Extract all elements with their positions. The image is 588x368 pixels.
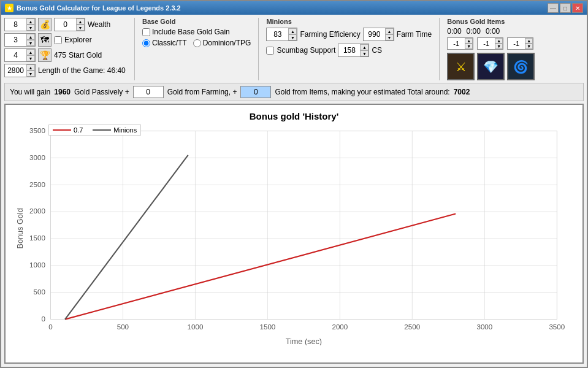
game-length-spinner[interactable]: ▲ ▼	[4, 64, 36, 77]
farming-panel: Minions ▲ ▼ Farming Efficiency ▲	[266, 18, 432, 57]
window-controls: — □ ✕	[548, 3, 583, 13]
scumbag-input[interactable]	[338, 44, 360, 56]
base-gold-checkbox-row: Include Base Gold Gain	[142, 28, 251, 36]
bonus-input-3[interactable]	[508, 38, 525, 49]
wealth-input[interactable]	[5, 18, 26, 31]
start-gold-475: 475	[54, 51, 66, 59]
chart-x-label: Time (sec)	[286, 337, 322, 345]
game-length-input[interactable]	[5, 64, 26, 77]
chart-container: Bonus gold 'History' 0.7 Minions	[4, 104, 584, 364]
main-content: ▲ ▼ 💰 ▲ ▼ Wealth	[1, 15, 587, 367]
scumbag-row: Scumbag Support ▲ ▼ CS	[266, 44, 432, 57]
svg-text:2000: 2000	[332, 323, 348, 331]
svg-text:3000: 3000	[29, 153, 45, 161]
chart-svg: 0 500 1000 1500 2000 2500 3000 3500 0 50…	[12, 125, 576, 345]
scumbag-spinner[interactable]: ▲ ▼	[338, 44, 369, 57]
close-button[interactable]: ✕	[572, 3, 583, 13]
minimize-button[interactable]: —	[548, 3, 559, 13]
wealth-down[interactable]: ▼	[26, 25, 35, 31]
top-panel: ▲ ▼ 💰 ▲ ▼ Wealth	[4, 18, 584, 80]
start-gold-icon: 🏆	[38, 48, 52, 62]
svg-text:3500: 3500	[29, 126, 45, 134]
farming-eff-spinner[interactable]: ▲ ▼	[363, 28, 394, 41]
legend-item-1: 0.7	[53, 126, 83, 134]
wealth-up[interactable]: ▲	[26, 18, 35, 25]
start-gold-input[interactable]	[5, 49, 26, 61]
legend-label-1: 0.7	[74, 126, 83, 134]
base-gold-checkbox-label: Include Base Gold Gain	[152, 28, 230, 36]
bonus-time-1: 0:00	[447, 27, 461, 36]
scumbag-up[interactable]: ▲	[360, 44, 368, 50]
total-value: 7002	[454, 88, 470, 96]
legend-line-2	[93, 129, 111, 131]
minions-up[interactable]: ▲	[288, 28, 297, 34]
farming-eff-label: Farming Efficiency	[300, 30, 360, 39]
classic-radio[interactable]	[142, 39, 150, 47]
bonus-input-2[interactable]	[478, 38, 495, 49]
svg-text:500: 500	[34, 288, 46, 296]
farming-eff-up[interactable]: ▲	[385, 28, 394, 34]
passive-value-input[interactable]	[133, 86, 164, 98]
bonus-up-3[interactable]: ▲	[525, 38, 533, 44]
svg-text:3500: 3500	[549, 323, 565, 331]
minions-input[interactable]	[267, 28, 288, 40]
divider3	[439, 18, 440, 80]
explorer-up[interactable]: ▲	[26, 34, 35, 40]
bonus-time-2: 0:00	[467, 27, 481, 36]
bonus-down-3[interactable]: ▼	[525, 44, 533, 49]
divider1	[134, 18, 135, 80]
game-length-up[interactable]: ▲	[26, 64, 35, 71]
bonus-up-1[interactable]: ▲	[465, 38, 473, 44]
base-gold-checkbox[interactable]	[142, 28, 150, 36]
titlebar: ★ Bonus Gold Calculator for League of Le…	[1, 1, 587, 15]
start-gold-spinner[interactable]: ▲ ▼	[4, 48, 36, 62]
bonus-spinners-row: ▲ ▼ ▲ ▼ ▲	[447, 37, 545, 50]
farming-eff-input[interactable]	[364, 28, 385, 40]
bonus-down-2[interactable]: ▼	[495, 44, 503, 49]
scumbag-down[interactable]: ▼	[360, 50, 368, 56]
start-gold-up[interactable]: ▲	[26, 49, 35, 55]
game-length-row: ▲ ▼ Length of the Game: 46:40	[4, 64, 127, 77]
scumbag-checkbox[interactable]	[266, 47, 274, 55]
bonus-spinner-2[interactable]: ▲ ▼	[477, 37, 503, 50]
svg-text:3000: 3000	[476, 323, 492, 331]
bonus-spinner-1[interactable]: ▲ ▼	[447, 37, 473, 50]
start-gold-row: ▲ ▼ 🏆 475 Start Gold	[4, 48, 127, 62]
farming-value-input[interactable]	[240, 86, 271, 98]
dominion-radio[interactable]	[193, 39, 201, 47]
bottom-bar: You will gain 1960 Gold Passively + Gold…	[4, 83, 584, 101]
chart-title: Bonus gold 'History'	[12, 111, 576, 121]
wealth-row: ▲ ▼ 💰 ▲ ▼ Wealth	[4, 18, 127, 31]
left-controls: ▲ ▼ 💰 ▲ ▼ Wealth	[4, 18, 127, 77]
minions-label: Minions	[266, 18, 432, 25]
bonus-input-1[interactable]	[448, 38, 465, 49]
bonus-down-1[interactable]: ▼	[465, 44, 473, 49]
bonus-up-2[interactable]: ▲	[495, 38, 503, 44]
svg-text:2500: 2500	[29, 180, 45, 188]
game-length-down[interactable]: ▼	[26, 71, 35, 77]
legend-item-2: Minions	[93, 126, 137, 134]
minions-spinner[interactable]: ▲ ▼	[266, 28, 297, 41]
explorer-checkbox[interactable]	[54, 36, 62, 44]
farming-eff-down[interactable]: ▼	[385, 34, 394, 40]
maximize-button[interactable]: □	[560, 3, 571, 13]
explorer-down[interactable]: ▼	[26, 40, 35, 46]
farm-time-label: Farm Time	[397, 30, 432, 39]
explorer-spinner[interactable]: ▲ ▼	[4, 33, 36, 47]
wealth-spinner[interactable]: ▲ ▼	[4, 18, 36, 31]
minions-down[interactable]: ▼	[288, 34, 297, 40]
svg-text:0: 0	[48, 323, 53, 331]
wealth-val2-up[interactable]: ▲	[76, 18, 85, 25]
svg-text:2000: 2000	[29, 207, 45, 215]
wealth-val2-down[interactable]: ▼	[76, 25, 85, 31]
wealth-val2-input[interactable]	[55, 18, 76, 31]
explorer-input[interactable]	[5, 34, 26, 46]
wealth-val2-spinner[interactable]: ▲ ▼	[54, 18, 85, 31]
svg-text:0: 0	[42, 315, 46, 323]
bonus-time-3: 0:00	[486, 27, 500, 36]
start-gold-down[interactable]: ▼	[26, 55, 35, 61]
chart-y-label: Bonus Gold	[16, 208, 25, 248]
item-images: ⚔ 💎 🌀	[447, 53, 545, 80]
classic-radio-label: Classic/TT	[142, 39, 187, 47]
bonus-spinner-3[interactable]: ▲ ▼	[507, 37, 533, 50]
